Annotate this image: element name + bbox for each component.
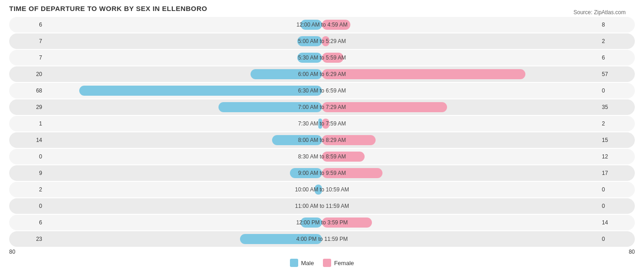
legend-male: Male	[290, 259, 314, 267]
time-label: 7:00 AM to 7:29 AM	[298, 104, 346, 110]
bar-pair: 12:00 PM to 3:59 PM	[46, 215, 598, 230]
legend-female: Female	[323, 259, 354, 267]
male-value-label: 68	[9, 87, 46, 94]
time-label: 6:00 AM to 6:29 AM	[298, 71, 346, 77]
female-value-label: 15	[598, 137, 635, 143]
bar-pair: 6:00 AM to 6:29 AM	[46, 66, 598, 82]
bar-pair: 5:00 AM to 5:29 AM	[46, 33, 598, 49]
chart-row: 99:00 AM to 9:59 AM17	[9, 165, 635, 181]
chart-title: TIME OF DEPARTURE TO WORK BY SEX IN ELLE…	[9, 5, 635, 12]
female-value-label: 0	[598, 236, 635, 242]
chart-row: 17:30 AM to 7:59 AM2	[9, 116, 635, 131]
chart-row: 75:30 AM to 5:59 AM6	[9, 50, 635, 65]
chart-row: 206:00 AM to 6:29 AM57	[9, 66, 635, 82]
bar-pair: 6:30 AM to 6:59 AM	[46, 83, 598, 98]
female-value-label: 17	[598, 170, 635, 176]
chart-row: 234:00 PM to 11:59 PM0	[9, 231, 635, 247]
axis-left: 80	[9, 249, 46, 255]
chart-row: 011:00 AM to 11:59 AM0	[9, 198, 635, 214]
source-label: Source: ZipAtlas.com	[573, 9, 626, 16]
axis-labels: 80 80	[9, 249, 635, 255]
legend-male-box	[290, 259, 298, 267]
female-value-label: 8	[598, 22, 635, 28]
chart-row: 75:00 AM to 5:29 AM2	[9, 33, 635, 49]
male-value-label: 6	[9, 22, 46, 28]
chart-area: 612:00 AM to 4:59 AM875:00 AM to 5:29 AM…	[9, 17, 635, 272]
chart-row: 612:00 PM to 3:59 PM14	[9, 215, 635, 230]
female-value-label: 2	[598, 120, 635, 127]
bar-pair: 7:30 AM to 7:59 AM	[46, 116, 598, 131]
bar-pair: 11:00 AM to 11:59 AM	[46, 198, 598, 214]
male-value-label: 2	[9, 186, 46, 193]
male-value-label: 29	[9, 104, 46, 110]
time-label: 5:30 AM to 5:59 AM	[298, 54, 346, 61]
male-value-label: 0	[9, 153, 46, 160]
male-value-label: 0	[9, 203, 46, 209]
male-value-label: 20	[9, 71, 46, 77]
male-value-label: 1	[9, 120, 46, 127]
female-value-label: 0	[598, 87, 635, 94]
male-value-label: 9	[9, 170, 46, 176]
male-value-label: 14	[9, 137, 46, 143]
female-value-label: 6	[598, 54, 635, 61]
time-label: 5:00 AM to 5:29 AM	[298, 38, 346, 44]
time-label: 8:00 AM to 8:29 AM	[298, 137, 346, 143]
time-label: 7:30 AM to 7:59 AM	[298, 120, 346, 127]
chart-row: 08:30 AM to 8:59 AM12	[9, 149, 635, 164]
time-label: 8:30 AM to 8:59 AM	[298, 153, 346, 160]
female-value-label: 0	[598, 203, 635, 209]
bar-pair: 12:00 AM to 4:59 AM	[46, 17, 598, 33]
female-bar	[322, 69, 525, 79]
legend-male-label: Male	[301, 260, 314, 267]
male-value-label: 7	[9, 38, 46, 44]
chart-row: 686:30 AM to 6:59 AM0	[9, 83, 635, 98]
bars-container: 612:00 AM to 4:59 AM875:00 AM to 5:29 AM…	[9, 17, 635, 247]
bar-pair: 5:30 AM to 5:59 AM	[46, 50, 598, 65]
chart-row: 210:00 AM to 10:59 AM0	[9, 182, 635, 197]
time-label: 12:00 AM to 4:59 AM	[296, 22, 347, 28]
time-label: 11:00 AM to 11:59 AM	[295, 203, 349, 209]
bar-pair: 10:00 AM to 10:59 AM	[46, 182, 598, 197]
chart-row: 297:00 AM to 7:29 AM35	[9, 99, 635, 115]
time-label: 10:00 AM to 10:59 AM	[295, 186, 349, 193]
axis-right: 80	[598, 249, 635, 255]
bar-pair: 4:00 PM to 11:59 PM	[46, 231, 598, 247]
time-label: 12:00 PM to 3:59 PM	[296, 219, 348, 226]
female-value-label: 2	[598, 38, 635, 44]
time-label: 6:30 AM to 6:59 AM	[298, 87, 346, 94]
female-value-label: 14	[598, 219, 635, 226]
female-value-label: 35	[598, 104, 635, 110]
legend-female-box	[323, 259, 331, 267]
time-label: 4:00 PM to 11:59 PM	[296, 236, 348, 242]
legend-female-label: Female	[334, 260, 354, 267]
male-value-label: 6	[9, 219, 46, 226]
female-value-label: 57	[598, 71, 635, 77]
bar-pair: 8:30 AM to 8:59 AM	[46, 149, 598, 164]
bar-pair: 7:00 AM to 7:29 AM	[46, 99, 598, 115]
legend: Male Female	[9, 259, 635, 267]
male-value-label: 7	[9, 54, 46, 61]
male-bar	[79, 86, 322, 96]
bar-pair: 8:00 AM to 8:29 AM	[46, 132, 598, 148]
time-label: 9:00 AM to 9:59 AM	[298, 170, 346, 176]
male-value-label: 23	[9, 236, 46, 242]
chart-row: 148:00 AM to 8:29 AM15	[9, 132, 635, 148]
chart-row: 612:00 AM to 4:59 AM8	[9, 17, 635, 33]
bar-pair: 9:00 AM to 9:59 AM	[46, 165, 598, 181]
female-value-label: 12	[598, 153, 635, 160]
female-value-label: 0	[598, 186, 635, 193]
